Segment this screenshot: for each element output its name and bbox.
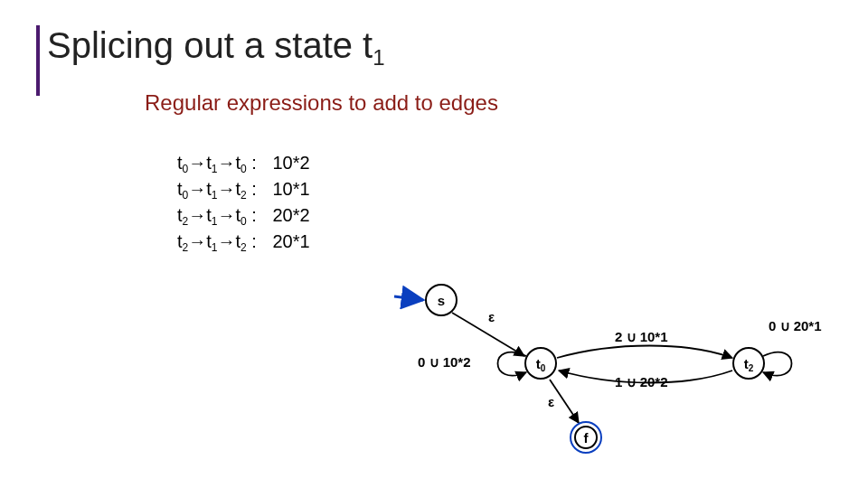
edge-label-s-t0: ε [488, 309, 495, 324]
node-t2: t2 [732, 347, 765, 380]
edge-label-t0-f: ε [548, 394, 554, 409]
rule-row: t2→t1→t2 : 20*1 [177, 229, 310, 255]
slide-title-sub: 1 [373, 45, 384, 70]
rule-row: t0→t1→t0 : 10*2 [177, 150, 310, 176]
node-label: f [584, 430, 589, 446]
node-label: s [438, 293, 445, 308]
accent-bar [36, 25, 40, 96]
slide-title-text: Splicing out a state t [47, 25, 373, 65]
rule-lhs: t0→t1→t0 : [177, 153, 257, 173]
slide: Splicing out a state t1 Regular expressi… [0, 0, 868, 488]
edge-label-t0-t2: 2 ∪ 10*1 [615, 329, 668, 345]
node-label: t2 [744, 356, 754, 371]
rule-lhs: t0→t1→t2 : [177, 179, 257, 199]
edge-t0-t2 [557, 346, 732, 359]
edge-label-t2-t0: 1 ∪ 20*2 [615, 374, 668, 390]
rule-row: t2→t1→t0 : 20*2 [177, 202, 310, 229]
node-label: t0 [536, 356, 546, 371]
node-f: f [570, 421, 602, 454]
state-diagram: s t0 t2 f ε 0 ∪ 10*2 2 ∪ 10*1 1 ∪ 20*2 0… [389, 267, 841, 457]
edge-t0-loop [498, 352, 527, 376]
rule-rhs: 20*1 [261, 231, 309, 251]
rule-rhs: 10*2 [261, 153, 309, 173]
node-t0: t0 [524, 347, 557, 380]
rules-table: t0→t1→t0 : 10*2 t0→t1→t2 : 10*1 t2→t1→t0… [177, 150, 310, 255]
rule-lhs: t2→t1→t0 : [177, 205, 257, 225]
rule-lhs: t2→t1→t2 : [177, 231, 257, 251]
slide-title: Splicing out a state t1 [47, 25, 385, 66]
edge-t2-loop [763, 352, 792, 376]
rule-rhs: 20*2 [261, 205, 309, 225]
rule-row: t0→t1→t2 : 10*1 [177, 176, 310, 202]
edge-label-t2-loop: 0 ∪ 20*1 [769, 318, 822, 334]
slide-subtitle: Regular expressions to add to edges [145, 90, 498, 116]
edge-label-t0-loop: 0 ∪ 10*2 [418, 354, 471, 371]
node-s: s [425, 284, 458, 316]
rule-rhs: 10*1 [261, 179, 309, 199]
entry-arrow-icon [394, 296, 423, 300]
